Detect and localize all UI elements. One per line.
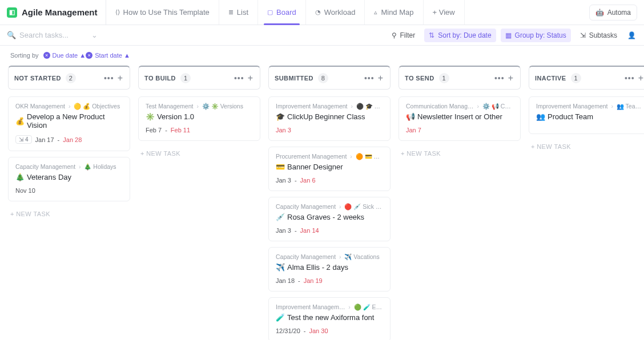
card-breadcrumb[interactable]: Test Management › ⚙️ ✳️ Versions [146, 103, 253, 110]
column-menu-icon[interactable]: ••• [102, 74, 116, 83]
card-emoji-icon: ✳️ [146, 112, 155, 121]
path-icons: 🎄 [84, 163, 91, 170]
chevron-right-icon: › [69, 103, 71, 110]
card-breadcrumb[interactable]: Communication Manag… › ⚙️ 📢 Communica… [406, 103, 513, 110]
task-card[interactable]: Improvement Management › 👥 Team Status 👥… [529, 96, 644, 134]
search-input[interactable] [19, 31, 88, 39]
robot-icon: 🤖 [595, 9, 604, 17]
column-menu-icon[interactable]: ••• [362, 74, 377, 83]
new-task-button[interactable]: + NEW TASK [529, 140, 644, 150]
path-parent: Procurement Management [276, 153, 347, 160]
card-breadcrumb[interactable]: OKR Management › 🟡 💰 Objectives [15, 103, 123, 110]
view-tab-workload[interactable]: ◔Workload [306, 0, 365, 25]
automations-button[interactable]: 🤖 Automa [589, 5, 637, 21]
column-menu-icon[interactable]: ••• [622, 74, 637, 83]
subtasks-button[interactable]: ⇲ Subtasks [575, 29, 622, 42]
path-parent: Communication Manag… [406, 103, 473, 110]
view-label: List [237, 8, 248, 17]
card-title-text: Veterans Day [27, 173, 71, 181]
path-child: Holidays [93, 163, 116, 170]
due-date: Jan 19 [304, 277, 323, 284]
new-task-button[interactable]: + NEW TASK [138, 147, 260, 157]
card-breadcrumb[interactable]: Improvement Management › ⚫ 🎓 Trainings [276, 103, 383, 110]
start-date: Nov 10 [15, 187, 35, 194]
new-task-button[interactable]: + NEW TASK [399, 147, 521, 157]
path-icons: 🟡 💰 [74, 103, 90, 110]
path-icons: ⚙️ 📢 [482, 103, 499, 110]
card-breadcrumb[interactable]: Improvement Management › 👥 Team Status [536, 103, 643, 110]
path-parent: Capacity Management [276, 203, 336, 210]
start-date: Jan 7 [406, 127, 421, 133]
filter-button[interactable]: ⚲ Filter [387, 29, 420, 42]
view-tab-mind-map[interactable]: ▵Mind Map [365, 0, 423, 25]
task-card[interactable]: Capacity Management › 🎄 Holidays 🎄 Veter… [8, 157, 130, 201]
card-breadcrumb[interactable]: Procurement Management › 🟠 💳 Expenses [276, 153, 383, 160]
sort-chip[interactable]: ×Start date ▲ [86, 52, 130, 59]
date-sep: - [295, 177, 297, 184]
card-emoji-icon: ✈️ [276, 263, 285, 272]
card-title: ✳️ Version 1.0 [146, 112, 253, 121]
task-card[interactable]: Improvement Managem… › 🟢 🧪 Experime… 🧪 T… [268, 297, 391, 340]
new-task-button[interactable]: + NEW TASK [8, 207, 130, 217]
column-header[interactable]: NOT STARTED 2 ••• + [8, 66, 130, 90]
sort-chip[interactable]: ×Due date ▲ [43, 52, 86, 59]
card-breadcrumb[interactable]: Capacity Management › 🎄 Holidays [15, 163, 123, 171]
due-date: Feb 11 [171, 127, 190, 133]
column-add-icon[interactable]: + [116, 73, 124, 83]
search-icon: 🔍 [7, 31, 16, 39]
card-emoji-icon: 🎄 [15, 173, 25, 181]
sort-chip-label: Start date ▲ [95, 52, 130, 59]
column-add-icon[interactable]: + [507, 73, 514, 83]
add-view-button[interactable]: + View [424, 0, 465, 25]
subtasks-label: Subtasks [589, 31, 617, 39]
task-card[interactable]: Test Management › ⚙️ ✳️ Versions ✳️ Vers… [138, 96, 260, 141]
task-card[interactable]: Improvement Management › ⚫ 🎓 Trainings 🎓… [268, 96, 391, 141]
card-meta: Jan 3-Jan 6 [276, 177, 383, 184]
card-breadcrumb[interactable]: Capacity Management › ✈️ Vacations [276, 253, 383, 261]
path-icons: 🔴 💉 [344, 203, 361, 210]
card-breadcrumb[interactable]: Capacity Management › 🔴 💉 Sick Leave [276, 203, 383, 211]
remove-sort-icon[interactable]: × [43, 52, 50, 59]
sort-button[interactable]: ⇅ Sort by: Due date [424, 29, 496, 42]
column-header[interactable]: SUBMITTED 8 ••• + [268, 66, 391, 90]
view-tab-board[interactable]: ▢Board [258, 0, 306, 25]
task-card[interactable]: Capacity Management › 🔴 💉 Sick Leave 💉 R… [268, 197, 391, 241]
column-count: 2 [66, 73, 76, 83]
assignee-button[interactable]: 👤 [626, 29, 637, 42]
column-menu-icon[interactable]: ••• [232, 74, 247, 83]
card-title: 🧪 Test the new Axiforma font [276, 313, 383, 322]
column-header[interactable]: INACTIVE 1 ••• + [529, 66, 644, 90]
column-add-icon[interactable]: + [377, 73, 384, 83]
path-parent: Improvement Managem… [276, 303, 345, 310]
subtask-badge[interactable]: ⇲4 [15, 135, 32, 144]
task-card[interactable]: OKR Management › 🟡 💰 Objectives 💰 Develo… [8, 96, 130, 151]
view-tab-how-to-use-this-template[interactable]: ⟨⟩How to Use This Template [106, 0, 219, 25]
column-add-icon[interactable]: + [637, 73, 644, 83]
chevron-down-icon[interactable]: ⌄ [91, 31, 98, 39]
chevron-right-icon: › [351, 103, 353, 110]
group-button[interactable]: ▦ Group by: Status [501, 29, 571, 42]
card-title: 💰 Develop a New Product Vision [15, 112, 123, 129]
column-count: 1 [571, 73, 581, 83]
card-breadcrumb[interactable]: Improvement Managem… › 🟢 🧪 Experime… [276, 303, 383, 311]
column-header[interactable]: TO SEND 1 ••• + [399, 66, 521, 90]
due-date: Jan 28 [63, 136, 82, 143]
remove-sort-icon[interactable]: × [86, 52, 92, 59]
add-view-label: + View [433, 8, 455, 17]
column-header[interactable]: TO BUILD 1 ••• + [138, 66, 260, 90]
task-search[interactable]: 🔍 ⌄ [7, 31, 110, 39]
column-add-icon[interactable]: + [247, 73, 254, 83]
space-title[interactable]: ◧ Agile Management [7, 0, 106, 25]
start-date: 12/31/20 [276, 327, 300, 334]
column-title: SUBMITTED [275, 75, 313, 82]
task-card[interactable]: Procurement Management › 🟠 💳 Expenses 💳 … [268, 147, 391, 191]
task-card[interactable]: Capacity Management › ✈️ Vacations ✈️ Al… [268, 247, 391, 292]
column-menu-icon[interactable]: ••• [492, 74, 507, 83]
chevron-right-icon: › [348, 303, 351, 310]
column-count: 8 [318, 73, 328, 83]
path-icons: 👥 [617, 103, 624, 110]
view-tab-list[interactable]: ≣List [219, 0, 258, 25]
path-icons: ✈️ [344, 253, 352, 260]
task-card[interactable]: Communication Manag… › ⚙️ 📢 Communica… 📢… [399, 96, 521, 141]
start-date: Jan 3 [276, 127, 291, 133]
